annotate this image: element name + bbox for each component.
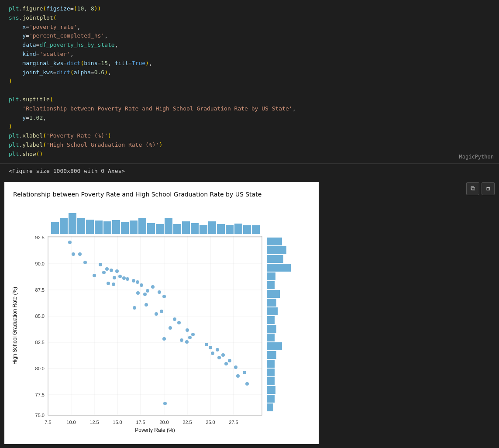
svg-text:75.0: 75.0 [35, 413, 45, 418]
y-axis-labels: 75.0 77.5 80.0 82.5 85.0 87.5 90.0 92.5 … [12, 235, 45, 418]
svg-point-105 [221, 353, 225, 357]
svg-rect-32 [267, 307, 278, 315]
svg-text:22.5: 22.5 [182, 420, 192, 425]
save-plot-button[interactable]: ⊡ [482, 182, 495, 195]
svg-point-90 [160, 310, 163, 313]
svg-point-71 [115, 269, 119, 273]
svg-point-86 [158, 290, 161, 294]
svg-point-73 [113, 276, 116, 279]
plot-wrapper: Relationship between Poverty Rate and Hi… [4, 182, 319, 444]
svg-rect-18 [208, 221, 216, 234]
svg-text:77.5: 77.5 [35, 392, 45, 397]
svg-point-97 [188, 336, 192, 339]
svg-rect-42 [267, 395, 275, 403]
svg-point-95 [186, 328, 189, 332]
svg-text:27.5: 27.5 [229, 420, 238, 425]
svg-rect-9 [130, 221, 138, 234]
output-section: <Figure size 1000x800 with 0 Axes> [0, 164, 499, 178]
svg-rect-16 [191, 223, 199, 234]
svg-text:High School Graduation Rate (%: High School Graduation Rate (%) [12, 287, 18, 365]
code-line-17: plt.show() [9, 150, 490, 159]
svg-point-65 [68, 241, 72, 244]
copy-plot-button[interactable]: ⧉ [466, 182, 479, 195]
svg-point-80 [136, 280, 139, 284]
svg-rect-26 [267, 255, 283, 263]
svg-rect-7 [112, 220, 120, 234]
svg-text:80.0: 80.0 [35, 366, 45, 371]
svg-point-69 [102, 271, 106, 274]
svg-point-111 [236, 374, 240, 378]
svg-point-66 [83, 261, 87, 264]
svg-point-99 [185, 340, 189, 344]
svg-rect-3 [77, 218, 85, 234]
svg-rect-14 [173, 224, 181, 234]
svg-text:7.5: 7.5 [45, 420, 51, 425]
svg-point-106 [217, 356, 221, 359]
svg-rect-28 [267, 272, 275, 280]
svg-point-92 [173, 317, 176, 321]
save-icon: ⊡ [486, 185, 490, 192]
svg-rect-29 [267, 281, 275, 289]
svg-text:12.5: 12.5 [89, 420, 99, 425]
svg-text:92.5: 92.5 [35, 235, 45, 240]
copy-icon: ⧉ [471, 185, 475, 192]
code-line-15: plt.xlabel('Poverty Rate (%)') [9, 131, 490, 141]
svg-point-91 [155, 312, 158, 316]
svg-rect-19 [217, 224, 225, 234]
svg-point-94 [169, 326, 172, 330]
svg-point-104 [211, 352, 214, 355]
svg-point-82 [151, 285, 155, 289]
svg-point-70 [110, 269, 113, 272]
code-line-6: kind='scatter', [9, 50, 490, 59]
code-line-12: 'Relationship between Poverty Rate and H… [9, 104, 490, 114]
svg-rect-5 [95, 221, 103, 234]
svg-rect-38 [267, 360, 275, 368]
svg-rect-21 [234, 224, 242, 234]
svg-rect-17 [200, 225, 207, 234]
svg-rect-13 [165, 218, 172, 234]
svg-text:85.0: 85.0 [35, 314, 45, 319]
svg-text:87.5: 87.5 [35, 287, 45, 293]
svg-rect-40 [267, 377, 275, 385]
svg-point-96 [191, 333, 195, 336]
svg-rect-30 [267, 290, 280, 298]
code-line-1: plt.figure(figsize=(10, 8)) [9, 4, 490, 14]
svg-rect-35 [267, 334, 275, 341]
svg-rect-24 [267, 238, 282, 245]
svg-point-81 [140, 283, 143, 287]
svg-point-98 [180, 338, 183, 342]
svg-point-101 [205, 343, 208, 346]
svg-rect-20 [226, 225, 234, 234]
joint-plot-svg: 7.5 10.0 12.5 15.0 17.5 20.0 22.5 25.0 2… [9, 201, 310, 439]
svg-point-112 [163, 402, 167, 405]
svg-point-77 [132, 279, 135, 283]
svg-text:82.5: 82.5 [35, 340, 45, 345]
svg-point-100 [162, 337, 166, 341]
svg-point-72 [93, 274, 96, 277]
svg-rect-41 [267, 386, 275, 394]
svg-point-67 [99, 263, 102, 266]
svg-point-78 [107, 282, 110, 285]
code-line-2: sns.jointplot( [9, 14, 490, 23]
svg-text:90.0: 90.0 [35, 261, 45, 266]
language-label: MagicPython [459, 154, 494, 160]
x-axis-labels: 7.5 10.0 12.5 15.0 17.5 20.0 22.5 25.0 2… [45, 420, 238, 433]
code-line-7: marginal_kws=dict(bins=15, fill=True), [9, 59, 490, 68]
code-line-3: x='poverty_rate', [9, 23, 490, 32]
svg-point-109 [234, 365, 237, 369]
svg-point-84 [136, 291, 140, 295]
svg-point-93 [177, 321, 181, 324]
svg-rect-15 [182, 221, 190, 234]
svg-point-102 [209, 346, 212, 349]
code-line-16: plt.ylabel('High School Graduation Rate … [9, 141, 490, 150]
svg-rect-8 [121, 222, 129, 234]
svg-rect-6 [103, 221, 111, 234]
svg-text:20.0: 20.0 [159, 420, 169, 425]
svg-rect-23 [252, 225, 260, 234]
svg-point-79 [112, 283, 115, 286]
svg-point-108 [224, 362, 228, 365]
svg-rect-1 [60, 218, 68, 234]
code-line-4: y='percent_completed_hs', [9, 31, 490, 41]
svg-rect-11 [147, 223, 155, 234]
svg-point-75 [122, 276, 126, 280]
